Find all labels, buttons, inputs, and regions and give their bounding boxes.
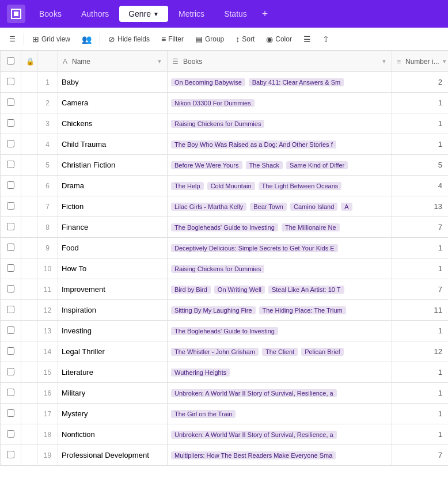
row-books-cell[interactable]: Before We Were YoursThe ShackSame Kind o… bbox=[168, 155, 392, 176]
row-name-cell[interactable]: Child Trauma bbox=[58, 134, 168, 155]
export-icon: ⇧ bbox=[322, 35, 329, 44]
row-checkbox[interactable] bbox=[7, 181, 14, 189]
row-name-cell[interactable]: Baby bbox=[58, 72, 168, 93]
add-tab-button[interactable]: + bbox=[257, 6, 273, 22]
row-books-cell[interactable]: Lilac Girls - Martha KellyBear TownCamin… bbox=[168, 196, 392, 217]
row-checkbox[interactable] bbox=[7, 161, 14, 168]
row-checkbox[interactable] bbox=[7, 78, 14, 85]
col-header-name[interactable]: A Name ▼ bbox=[58, 51, 168, 72]
row-books-cell[interactable]: Bird by BirdOn Writing WellSteal Like An… bbox=[168, 279, 392, 300]
row-number: 10 bbox=[37, 259, 58, 279]
row-checkbox-cell bbox=[1, 404, 21, 424]
grid-view-button[interactable]: ⊞ Grid view bbox=[28, 32, 75, 46]
row-name-cell[interactable]: Nonfiction bbox=[58, 424, 168, 445]
row-checkbox[interactable] bbox=[7, 409, 14, 417]
row-books-cell[interactable]: The Bogleheads' Guide to Investing bbox=[168, 321, 392, 341]
row-checkbox-cell bbox=[1, 383, 21, 404]
select-all-checkbox[interactable] bbox=[7, 57, 14, 64]
row-name-cell[interactable]: Chickens bbox=[58, 113, 168, 134]
book-tag: Pelican Brief bbox=[301, 348, 344, 356]
nav-tab-metrics[interactable]: Metrics bbox=[169, 6, 214, 22]
row-checkbox[interactable] bbox=[7, 368, 14, 375]
book-tag: Bird by Bird bbox=[171, 286, 211, 294]
row-lock-cell bbox=[21, 362, 37, 383]
row-checkbox[interactable] bbox=[7, 98, 14, 106]
row-books-cell[interactable]: Unbroken: A World War II Story of Surviv… bbox=[168, 383, 392, 404]
data-table: 🔒 A Name ▼ ☰ Books ▼ bbox=[0, 51, 448, 466]
row-name-cell[interactable]: Improvement bbox=[58, 279, 168, 300]
number-sort-icon[interactable]: ▼ bbox=[442, 58, 447, 64]
row-name-cell[interactable]: Inspiration bbox=[58, 300, 168, 321]
row-checkbox[interactable] bbox=[7, 140, 14, 147]
row-name-cell[interactable]: Drama bbox=[58, 176, 168, 196]
row-lock-cell bbox=[21, 217, 37, 238]
filter-button[interactable]: ≡ Filter bbox=[157, 32, 188, 46]
table-row: 15LiteratureWuthering Heights1 bbox=[1, 362, 449, 383]
menu-button[interactable]: ☰ bbox=[5, 33, 20, 45]
row-height-button[interactable]: ☰ bbox=[299, 32, 316, 46]
nav-tab-authors[interactable]: Authors bbox=[72, 6, 118, 22]
row-checkbox-cell bbox=[1, 93, 21, 113]
nav-tab-genre[interactable]: Genre ▼ bbox=[119, 6, 168, 22]
color-button[interactable]: ◉ Color bbox=[261, 32, 297, 46]
row-books-cell[interactable]: Unbroken: A World War II Story of Surviv… bbox=[168, 424, 392, 445]
group-button[interactable]: ▤ Group bbox=[191, 32, 229, 46]
row-name-cell[interactable]: Fiction bbox=[58, 196, 168, 217]
hide-fields-button[interactable]: ⊘ Hide fields bbox=[104, 32, 154, 46]
row-checkbox[interactable] bbox=[7, 285, 14, 292]
col-header-check[interactable] bbox=[1, 51, 21, 72]
row-checkbox[interactable] bbox=[7, 202, 14, 210]
export-button[interactable]: ⇧ bbox=[318, 32, 334, 46]
row-books-cell[interactable]: The Whistler - John GrishamThe ClientPel… bbox=[168, 341, 392, 362]
row-checkbox[interactable] bbox=[7, 347, 14, 355]
row-name-cell[interactable]: Food bbox=[58, 238, 168, 259]
row-checkbox[interactable] bbox=[7, 264, 14, 272]
row-books-cell[interactable]: Sitting By My Laughing FireThe Hiding Pl… bbox=[168, 300, 392, 321]
row-books-cell[interactable]: The HelpCold MountainThe Light Between O… bbox=[168, 176, 392, 196]
row-checkbox[interactable] bbox=[7, 430, 14, 438]
sort-button[interactable]: ↕ Sort bbox=[231, 32, 259, 46]
table-row: 4Child TraumaThe Boy Who Was Raised as a… bbox=[1, 134, 449, 155]
row-lock-cell bbox=[21, 321, 37, 341]
row-name-cell[interactable]: Investing bbox=[58, 321, 168, 341]
row-books-cell[interactable]: Raising Chickens for Dummies bbox=[168, 259, 392, 279]
nav-tab-books[interactable]: Books bbox=[30, 6, 71, 22]
col-header-books[interactable]: ☰ Books ▼ bbox=[168, 51, 392, 72]
row-books-cell[interactable]: Raising Chickens for Dummies bbox=[168, 113, 392, 134]
row-name-cell[interactable]: Legal Thriller bbox=[58, 341, 168, 362]
nav-tab-status[interactable]: Status bbox=[215, 6, 256, 22]
row-name-cell[interactable]: Finance bbox=[58, 217, 168, 238]
col-header-number[interactable]: ≡ Number i... ▼ bbox=[392, 51, 449, 72]
row-name-cell[interactable]: Camera bbox=[58, 93, 168, 113]
row-books-cell[interactable]: The Bogleheads' Guide to InvestingThe Mi… bbox=[168, 217, 392, 238]
row-books-cell[interactable]: The Girl on the Train bbox=[168, 404, 392, 424]
row-name-cell[interactable]: How To bbox=[58, 259, 168, 279]
row-books-cell[interactable]: Wuthering Heights bbox=[168, 362, 392, 383]
row-name-cell[interactable]: Christian Fiction bbox=[58, 155, 168, 176]
row-checkbox[interactable] bbox=[7, 389, 14, 396]
row-name-cell[interactable]: Literature bbox=[58, 362, 168, 383]
name-sort-icon[interactable]: ▼ bbox=[157, 58, 162, 64]
row-number: 9 bbox=[37, 238, 58, 259]
row-name-cell[interactable]: Mystery bbox=[58, 404, 168, 424]
row-books-cell[interactable]: Multipliers: How The Best Readers Make E… bbox=[168, 445, 392, 466]
row-lock-cell bbox=[21, 176, 37, 196]
row-books-cell[interactable]: The Boy Who Was Raised as a Dog: And Oth… bbox=[168, 134, 392, 155]
row-name-cell[interactable]: Military bbox=[58, 383, 168, 404]
row-checkbox[interactable] bbox=[7, 119, 14, 127]
books-sort-icon[interactable]: ▼ bbox=[381, 58, 387, 64]
row-books-cell[interactable]: Nikon D3300 For Dummies bbox=[168, 93, 392, 113]
row-count-cell: 1 bbox=[392, 321, 449, 341]
row-checkbox[interactable] bbox=[7, 223, 14, 230]
row-checkbox[interactable] bbox=[7, 244, 14, 251]
row-name-cell[interactable]: Professional Development bbox=[58, 445, 168, 466]
row-checkbox[interactable] bbox=[7, 306, 14, 313]
row-checkbox-cell bbox=[1, 155, 21, 176]
row-checkbox[interactable] bbox=[7, 451, 14, 458]
row-lock-cell bbox=[21, 383, 37, 404]
row-books-cell[interactable]: On Becoming BabywiseBaby 411: Clear Answ… bbox=[168, 72, 392, 93]
book-tag: The Boy Who Was Raised as a Dog: And Oth… bbox=[171, 140, 336, 149]
people-button[interactable]: 👥 bbox=[77, 32, 96, 46]
row-checkbox[interactable] bbox=[7, 326, 14, 334]
row-books-cell[interactable]: Deceptively Delicious: Simple Secrets to… bbox=[168, 238, 392, 259]
